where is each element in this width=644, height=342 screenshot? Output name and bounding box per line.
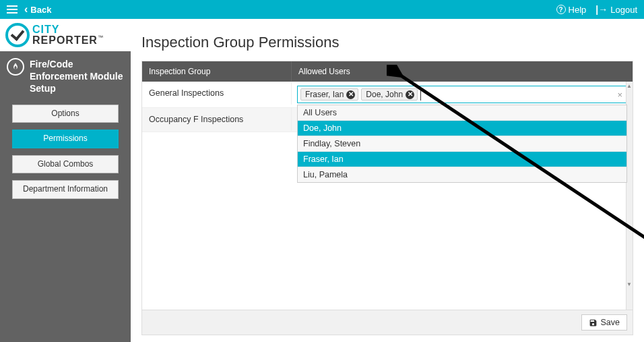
- cell-group: Occupancy F Inspections: [142, 108, 292, 131]
- save-button[interactable]: Save: [581, 314, 628, 331]
- user-token: Fraser, Ian✕: [300, 88, 358, 101]
- logout-label: Logout: [610, 5, 637, 15]
- chevron-left-icon: ‹: [24, 4, 28, 15]
- cell-users: Fraser, Ian✕Doe, John✕×All UsersDoe, Joh…: [292, 82, 633, 107]
- sidebar-item-permissions[interactable]: Permissions: [12, 130, 119, 148]
- save-icon: [589, 318, 598, 327]
- module-title: Fire/Code Enforcement Module Setup: [30, 58, 124, 95]
- table-header: Inspection Group Allowed Users: [142, 61, 633, 82]
- sidebar-item-department-information[interactable]: Department Information: [12, 180, 119, 199]
- table-row: General InspectionsFraser, Ian✕Doe, John…: [142, 82, 633, 108]
- sidebar-item-options[interactable]: Options: [12, 105, 119, 123]
- dropdown-option[interactable]: Liu, Pamela: [298, 167, 626, 182]
- page-title: Inspection Group Permissions: [141, 34, 633, 51]
- help-label: Help: [569, 5, 587, 15]
- cell-group: General Inspections: [142, 82, 292, 105]
- menu-icon[interactable]: [7, 5, 18, 13]
- back-button[interactable]: ‹ Back: [24, 4, 51, 15]
- dropdown-option[interactable]: Doe, John: [298, 121, 626, 136]
- logo-tm: ™: [98, 34, 103, 40]
- user-token: Doe, John✕: [361, 88, 418, 101]
- user-dropdown: All UsersDoe, JohnFindlay, StevenFraser,…: [297, 105, 627, 183]
- back-label: Back: [30, 5, 51, 15]
- dropdown-option[interactable]: Findlay, Steven: [298, 136, 626, 152]
- table-body: General InspectionsFraser, Ian✕Doe, John…: [142, 82, 633, 310]
- remove-token-icon[interactable]: ✕: [346, 90, 355, 99]
- clear-field-icon[interactable]: ×: [617, 90, 622, 100]
- dropdown-option[interactable]: All Users: [298, 105, 626, 121]
- allowed-users-input[interactable]: Fraser, Ian✕Doe, John✕×: [297, 86, 627, 103]
- logout-icon: |→: [595, 4, 608, 15]
- logo-check-icon: [5, 23, 30, 47]
- logo-text-city: CITY: [32, 24, 103, 35]
- scroll-down-icon[interactable]: ▼: [626, 281, 632, 287]
- logout-button[interactable]: |→ Logout: [595, 4, 637, 15]
- save-label: Save: [601, 318, 620, 327]
- sidebar-item-global-combos[interactable]: Global Combos: [12, 155, 119, 174]
- col-header-group: Inspection Group: [142, 61, 292, 82]
- module-icon: [7, 58, 24, 76]
- logo: CITY REPORTER™: [0, 19, 131, 51]
- logo-text-reporter: REPORTER: [32, 34, 98, 46]
- col-header-users: Allowed Users: [292, 61, 633, 82]
- sidebar: CITY REPORTER™ Fire/Code Enforcement Mod…: [0, 19, 131, 342]
- remove-token-icon[interactable]: ✕: [406, 90, 414, 99]
- user-token-label: Doe, John: [366, 90, 403, 99]
- dropdown-option[interactable]: Fraser, Ian: [298, 152, 626, 167]
- user-token-label: Fraser, Ian: [305, 90, 344, 99]
- help-button[interactable]: ? Help: [556, 5, 587, 15]
- scroll-up-icon[interactable]: ▲: [626, 83, 632, 88]
- permissions-table: Inspection Group Allowed Users General I…: [141, 61, 633, 335]
- token-text-input[interactable]: [420, 88, 421, 101]
- help-icon: ?: [556, 5, 566, 14]
